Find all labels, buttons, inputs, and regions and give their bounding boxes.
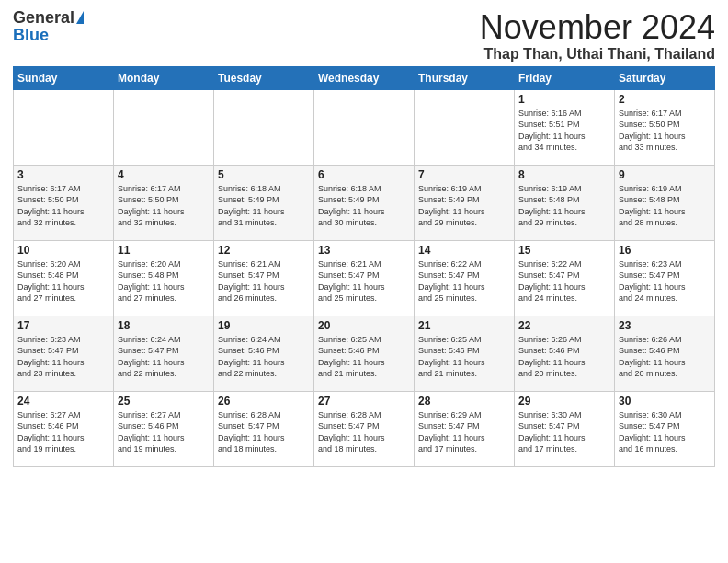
calendar-cell: 9Sunrise: 6:19 AM Sunset: 5:48 PM Daylig… (615, 165, 715, 240)
calendar-cell: 2Sunrise: 6:17 AM Sunset: 5:50 PM Daylig… (615, 89, 715, 165)
day-info: Sunrise: 6:20 AM Sunset: 5:48 PM Dayligh… (17, 259, 109, 304)
calendar-cell: 10Sunrise: 6:20 AM Sunset: 5:48 PM Dayli… (14, 240, 114, 316)
day-number: 22 (518, 319, 610, 332)
day-info: Sunrise: 6:24 AM Sunset: 5:47 PM Dayligh… (118, 334, 210, 380)
calendar-cell (314, 89, 415, 165)
calendar-cell: 18Sunrise: 6:24 AM Sunset: 5:47 PM Dayli… (114, 316, 214, 391)
header: General Blue November 2024 Thap Than, Ut… (13, 9, 715, 63)
calendar-cell: 30Sunrise: 6:30 AM Sunset: 5:47 PM Dayli… (615, 391, 715, 466)
day-info: Sunrise: 6:27 AM Sunset: 5:46 PM Dayligh… (17, 409, 109, 455)
day-info: Sunrise: 6:25 AM Sunset: 5:46 PM Dayligh… (418, 334, 510, 380)
calendar-cell: 7Sunrise: 6:19 AM Sunset: 5:49 PM Daylig… (415, 165, 515, 240)
day-number: 9 (619, 168, 711, 181)
day-info: Sunrise: 6:28 AM Sunset: 5:47 PM Dayligh… (318, 409, 410, 455)
logo-general: General (13, 9, 74, 26)
calendar-cell: 17Sunrise: 6:23 AM Sunset: 5:47 PM Dayli… (14, 316, 114, 391)
calendar-cell: 4Sunrise: 6:17 AM Sunset: 5:50 PM Daylig… (114, 165, 214, 240)
day-info: Sunrise: 6:18 AM Sunset: 5:49 PM Dayligh… (218, 183, 310, 229)
day-number: 18 (118, 319, 210, 332)
day-number: 14 (418, 244, 510, 257)
day-number: 11 (118, 244, 210, 257)
day-number: 10 (17, 244, 109, 257)
header-friday: Friday (515, 66, 615, 89)
calendar-cell (114, 89, 214, 165)
header-monday: Monday (114, 66, 214, 89)
week-row-3: 17Sunrise: 6:23 AM Sunset: 5:47 PM Dayli… (14, 316, 715, 391)
header-row: SundayMondayTuesdayWednesdayThursdayFrid… (14, 66, 715, 89)
day-info: Sunrise: 6:29 AM Sunset: 5:47 PM Dayligh… (418, 409, 510, 455)
day-number: 3 (17, 168, 109, 181)
day-info: Sunrise: 6:20 AM Sunset: 5:48 PM Dayligh… (118, 259, 210, 304)
calendar-cell: 6Sunrise: 6:18 AM Sunset: 5:49 PM Daylig… (314, 165, 415, 240)
day-number: 26 (218, 395, 310, 408)
calendar-cell: 29Sunrise: 6:30 AM Sunset: 5:47 PM Dayli… (515, 391, 615, 466)
day-info: Sunrise: 6:17 AM Sunset: 5:50 PM Dayligh… (17, 183, 109, 229)
calendar-cell (14, 89, 114, 165)
day-number: 29 (518, 395, 610, 408)
week-row-1: 3Sunrise: 6:17 AM Sunset: 5:50 PM Daylig… (14, 165, 715, 240)
day-info: Sunrise: 6:22 AM Sunset: 5:47 PM Dayligh… (418, 259, 510, 304)
calendar-cell: 22Sunrise: 6:26 AM Sunset: 5:46 PM Dayli… (515, 316, 615, 391)
logo: General Blue (13, 9, 84, 45)
calendar-cell: 3Sunrise: 6:17 AM Sunset: 5:50 PM Daylig… (14, 165, 114, 240)
calendar-cell: 11Sunrise: 6:20 AM Sunset: 5:48 PM Dayli… (114, 240, 214, 316)
day-info: Sunrise: 6:19 AM Sunset: 5:49 PM Dayligh… (418, 183, 510, 229)
logo-icon (76, 11, 84, 24)
day-info: Sunrise: 6:28 AM Sunset: 5:47 PM Dayligh… (218, 409, 310, 455)
calendar-cell: 28Sunrise: 6:29 AM Sunset: 5:47 PM Dayli… (415, 391, 515, 466)
day-info: Sunrise: 6:22 AM Sunset: 5:47 PM Dayligh… (518, 259, 610, 304)
day-info: Sunrise: 6:23 AM Sunset: 5:47 PM Dayligh… (17, 334, 109, 380)
day-number: 21 (418, 319, 510, 332)
week-row-2: 10Sunrise: 6:20 AM Sunset: 5:48 PM Dayli… (14, 240, 715, 316)
calendar-cell: 23Sunrise: 6:26 AM Sunset: 5:46 PM Dayli… (615, 316, 715, 391)
day-info: Sunrise: 6:25 AM Sunset: 5:46 PM Dayligh… (318, 334, 410, 380)
day-info: Sunrise: 6:16 AM Sunset: 5:51 PM Dayligh… (518, 108, 610, 154)
logo-blue: Blue (13, 26, 49, 45)
day-info: Sunrise: 6:21 AM Sunset: 5:47 PM Dayligh… (218, 259, 310, 304)
calendar-cell: 24Sunrise: 6:27 AM Sunset: 5:46 PM Dayli… (14, 391, 114, 466)
day-info: Sunrise: 6:27 AM Sunset: 5:46 PM Dayligh… (118, 409, 210, 455)
calendar-cell: 20Sunrise: 6:25 AM Sunset: 5:46 PM Dayli… (314, 316, 415, 391)
day-number: 17 (17, 319, 109, 332)
calendar-cell: 5Sunrise: 6:18 AM Sunset: 5:49 PM Daylig… (214, 165, 314, 240)
day-number: 13 (318, 244, 410, 257)
day-number: 1 (518, 93, 610, 106)
day-info: Sunrise: 6:19 AM Sunset: 5:48 PM Dayligh… (619, 183, 711, 229)
day-info: Sunrise: 6:30 AM Sunset: 5:47 PM Dayligh… (619, 409, 711, 455)
title-section: November 2024 Thap Than, Uthai Thani, Th… (480, 9, 715, 63)
calendar-cell: 27Sunrise: 6:28 AM Sunset: 5:47 PM Dayli… (314, 391, 415, 466)
day-number: 7 (418, 168, 510, 181)
day-info: Sunrise: 6:30 AM Sunset: 5:47 PM Dayligh… (518, 409, 610, 455)
header-saturday: Saturday (615, 66, 715, 89)
day-info: Sunrise: 6:26 AM Sunset: 5:46 PM Dayligh… (518, 334, 610, 380)
day-number: 2 (619, 93, 711, 106)
day-info: Sunrise: 6:24 AM Sunset: 5:46 PM Dayligh… (218, 334, 310, 380)
day-info: Sunrise: 6:26 AM Sunset: 5:46 PM Dayligh… (619, 334, 711, 380)
calendar-cell: 8Sunrise: 6:19 AM Sunset: 5:48 PM Daylig… (515, 165, 615, 240)
day-number: 20 (318, 319, 410, 332)
day-info: Sunrise: 6:18 AM Sunset: 5:49 PM Dayligh… (318, 183, 410, 229)
header-tuesday: Tuesday (214, 66, 314, 89)
day-number: 15 (518, 244, 610, 257)
day-number: 6 (318, 168, 410, 181)
calendar-cell (415, 89, 515, 165)
month-title: November 2024 (480, 9, 715, 46)
day-number: 30 (619, 395, 711, 408)
day-number: 24 (17, 395, 109, 408)
day-info: Sunrise: 6:17 AM Sunset: 5:50 PM Dayligh… (118, 183, 210, 229)
calendar-cell: 19Sunrise: 6:24 AM Sunset: 5:46 PM Dayli… (214, 316, 314, 391)
day-number: 12 (218, 244, 310, 257)
day-number: 19 (218, 319, 310, 332)
calendar-cell: 21Sunrise: 6:25 AM Sunset: 5:46 PM Dayli… (415, 316, 515, 391)
day-number: 16 (619, 244, 711, 257)
day-number: 25 (118, 395, 210, 408)
calendar-cell: 26Sunrise: 6:28 AM Sunset: 5:47 PM Dayli… (214, 391, 314, 466)
day-number: 8 (518, 168, 610, 181)
day-info: Sunrise: 6:19 AM Sunset: 5:48 PM Dayligh… (518, 183, 610, 229)
calendar-cell (214, 89, 314, 165)
calendar-cell: 12Sunrise: 6:21 AM Sunset: 5:47 PM Dayli… (214, 240, 314, 316)
header-sunday: Sunday (14, 66, 114, 89)
day-number: 27 (318, 395, 410, 408)
day-info: Sunrise: 6:23 AM Sunset: 5:47 PM Dayligh… (619, 259, 711, 304)
calendar: SundayMondayTuesdayWednesdayThursdayFrid… (13, 66, 715, 467)
